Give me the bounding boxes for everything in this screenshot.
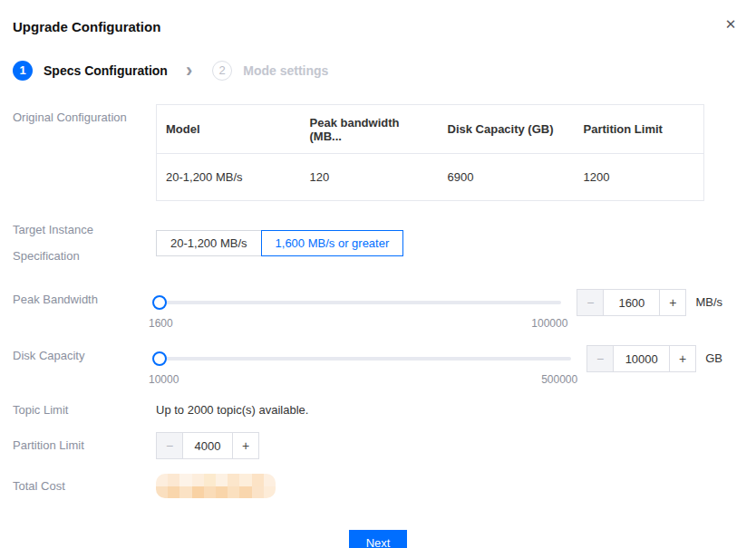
target-instance-specification-label: Target Instance Specification — [13, 216, 156, 269]
chevron-right-icon: › — [186, 61, 192, 81]
wizard-steps: 1 Specs Configuration › 2 Mode settings — [0, 60, 756, 82]
close-icon[interactable]: ✕ — [722, 16, 739, 33]
peak-bandwidth-minus-icon[interactable]: − — [577, 289, 604, 316]
step-specs-configuration: 1 Specs Configuration — [13, 61, 168, 81]
peak-bandwidth-slider-max: 100000 — [531, 317, 567, 330]
spec-option-1600-or-greater[interactable]: 1,600 MB/s or greater — [261, 230, 404, 256]
cell-disk-capacity: 6900 — [439, 154, 575, 201]
step-1-label: Specs Configuration — [44, 63, 168, 78]
cell-model: 20-1,200 MB/s — [157, 154, 301, 201]
partition-limit-row: Partition Limit − + — [0, 432, 756, 459]
column-header-model: Model — [157, 105, 301, 154]
dialog-title: Upgrade Configuration — [13, 19, 743, 34]
cell-partition-limit: 1200 — [575, 154, 704, 201]
total-cost-row: Total Cost — [0, 474, 756, 498]
peak-bandwidth-row: Peak Bandwidth 1600 100000 − + MB/s — [0, 289, 756, 331]
disk-capacity-slider-track[interactable] — [156, 357, 571, 361]
partition-limit-stepper: − + — [156, 432, 722, 459]
disk-capacity-minus-icon[interactable]: − — [586, 345, 614, 372]
disk-capacity-unit: GB — [705, 345, 722, 387]
total-cost-redacted — [156, 474, 276, 498]
disk-capacity-slider-handle[interactable] — [152, 351, 167, 366]
next-button[interactable]: Next — [349, 530, 407, 548]
original-configuration-label: Original Configuration — [13, 104, 156, 201]
dialog-footer: Next — [0, 530, 756, 548]
partition-limit-minus-icon[interactable]: − — [156, 432, 183, 459]
peak-bandwidth-input[interactable] — [603, 289, 660, 316]
topic-limit-row: Topic Limit Up to 2000 topic(s) availabl… — [0, 401, 756, 418]
step-mode-settings: 2 Mode settings — [212, 61, 328, 81]
partition-limit-input[interactable] — [182, 432, 233, 459]
peak-bandwidth-unit: MB/s — [695, 289, 722, 331]
original-configuration-row: Original Configuration Model Peak bandwi… — [0, 104, 756, 201]
peak-bandwidth-slider: 1600 100000 — [156, 289, 561, 316]
peak-bandwidth-slider-handle[interactable] — [152, 295, 167, 310]
disk-capacity-slider: 10000 500000 — [156, 345, 571, 372]
column-header-peak-bandwidth: Peak bandwidth (MB... — [301, 105, 439, 154]
original-configuration-table: Model Peak bandwidth (MB... Disk Capacit… — [156, 104, 704, 201]
column-header-partition-limit: Partition Limit — [575, 105, 704, 154]
peak-bandwidth-stepper: − + — [577, 289, 686, 316]
disk-capacity-row: Disk Capacity 10000 500000 − + GB — [0, 345, 756, 387]
topic-limit-text: Up to 2000 topic(s) available. — [156, 403, 308, 417]
step-2-label: Mode settings — [243, 63, 328, 78]
spec-option-20-1200[interactable]: 20-1,200 MB/s — [156, 230, 262, 256]
topic-limit-label: Topic Limit — [13, 403, 156, 417]
peak-bandwidth-slider-min: 1600 — [149, 317, 173, 330]
disk-capacity-input[interactable] — [613, 345, 670, 372]
peak-bandwidth-slider-track[interactable] — [156, 301, 561, 304]
step-2-number-badge: 2 — [212, 61, 232, 81]
table-row: 20-1,200 MB/s 120 6900 1200 — [157, 154, 704, 201]
partition-limit-plus-icon[interactable]: + — [232, 432, 259, 459]
disk-capacity-label: Disk Capacity — [13, 345, 156, 387]
spec-option-group: 20-1,200 MB/s 1,600 MB/s or greater — [156, 230, 722, 256]
cell-peak-bandwidth: 120 — [301, 154, 439, 201]
column-header-disk-capacity: Disk Capacity (GB) — [439, 105, 575, 154]
target-instance-specification-row: Target Instance Specification 20-1,200 M… — [0, 216, 756, 269]
table-header-row: Model Peak bandwidth (MB... Disk Capacit… — [157, 105, 704, 154]
partition-limit-label: Partition Limit — [13, 432, 156, 459]
total-cost-label: Total Cost — [13, 474, 156, 498]
peak-bandwidth-plus-icon[interactable]: + — [659, 289, 686, 316]
disk-capacity-plus-icon[interactable]: + — [669, 345, 696, 372]
disk-capacity-slider-max: 500000 — [541, 373, 577, 386]
dialog-header: Upgrade Configuration ✕ — [0, 0, 756, 34]
peak-bandwidth-label: Peak Bandwidth — [13, 289, 156, 331]
disk-capacity-slider-min: 10000 — [149, 373, 179, 386]
step-1-number-badge: 1 — [13, 61, 33, 81]
disk-capacity-stepper: − + — [586, 345, 696, 372]
